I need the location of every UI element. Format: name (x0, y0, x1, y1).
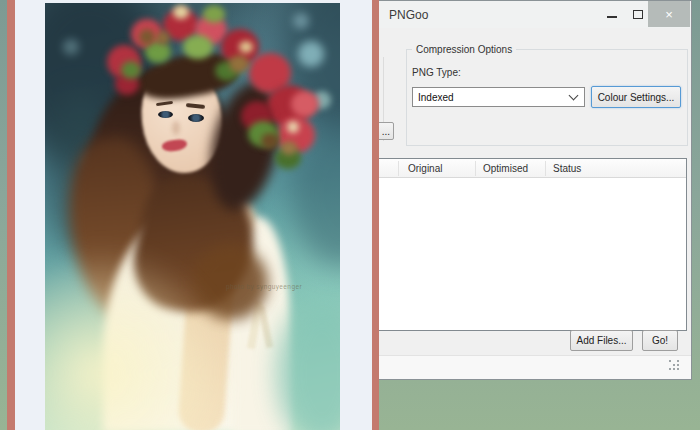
leaf-blob (183, 35, 213, 59)
status-bar (379, 355, 691, 380)
chevron-down-icon (569, 91, 579, 101)
window-title: PNGoo (389, 8, 428, 22)
leaf-blob (121, 61, 141, 79)
viewer-window-border-right (372, 0, 379, 430)
go-button[interactable]: Go! (642, 330, 678, 351)
berry-blob (156, 31, 170, 45)
compression-options-label: Compression Options (412, 44, 516, 55)
column-header-original[interactable]: Original (408, 163, 442, 174)
go-label: Go! (652, 335, 668, 346)
flower-highlight-blob (287, 121, 299, 133)
occluded-button-fragment-label: ... (382, 126, 390, 137)
colour-settings-label: Colour Settings... (598, 92, 675, 103)
photo-watermark: photo by synguyeenger (226, 283, 302, 290)
close-button[interactable]: × (648, 1, 690, 27)
photo-bokeh-light (63, 39, 79, 55)
add-files-label: Add Files... (576, 335, 626, 346)
viewer-window-border-left (7, 0, 15, 430)
column-separator[interactable] (475, 161, 476, 176)
column-header-optimised[interactable]: Optimised (483, 163, 528, 174)
minimize-button[interactable] (600, 1, 624, 27)
berry-blob (281, 141, 297, 155)
photo-bokeh-light (293, 13, 309, 29)
photo-girl-flower-crown: photo by synguyeenger (45, 3, 340, 430)
photo-bokeh-light (298, 41, 324, 67)
pngoo-titlebar[interactable]: PNGoo × (379, 1, 691, 28)
photo-nose-shadow (172, 121, 180, 135)
column-header-status[interactable]: Status (553, 163, 581, 174)
flower-blob (291, 91, 319, 117)
berry-blob (229, 55, 249, 73)
occluded-button-fragment[interactable]: ... (379, 122, 394, 140)
maximize-icon (633, 10, 643, 19)
resize-grip-icon[interactable] (669, 360, 671, 362)
berry-blob (139, 29, 155, 45)
colour-settings-button[interactable]: Colour Settings... (591, 86, 681, 108)
flower-highlight-blob (173, 5, 189, 19)
file-list-header: Original Optimised Status (379, 159, 686, 178)
berry-blob (261, 133, 279, 149)
pngoo-window: PNGoo × Compression Options PNG Type: In… (379, 0, 692, 380)
column-separator[interactable] (545, 161, 546, 176)
png-type-select[interactable]: Indexed (412, 87, 585, 107)
png-type-selected-value: Indexed (413, 92, 570, 103)
column-separator[interactable] (398, 161, 399, 176)
png-type-label: PNG Type: (412, 67, 461, 78)
add-files-button[interactable]: Add Files... (570, 330, 633, 351)
file-list[interactable]: Original Optimised Status (379, 158, 687, 331)
maximize-button[interactable] (626, 1, 650, 27)
close-icon: × (665, 7, 673, 22)
minimize-icon (607, 16, 617, 18)
photo-glow (45, 248, 230, 430)
flower-highlight-blob (239, 41, 253, 53)
photo-eye (158, 111, 173, 118)
photo-eye (188, 114, 204, 122)
leaf-blob (203, 5, 225, 23)
